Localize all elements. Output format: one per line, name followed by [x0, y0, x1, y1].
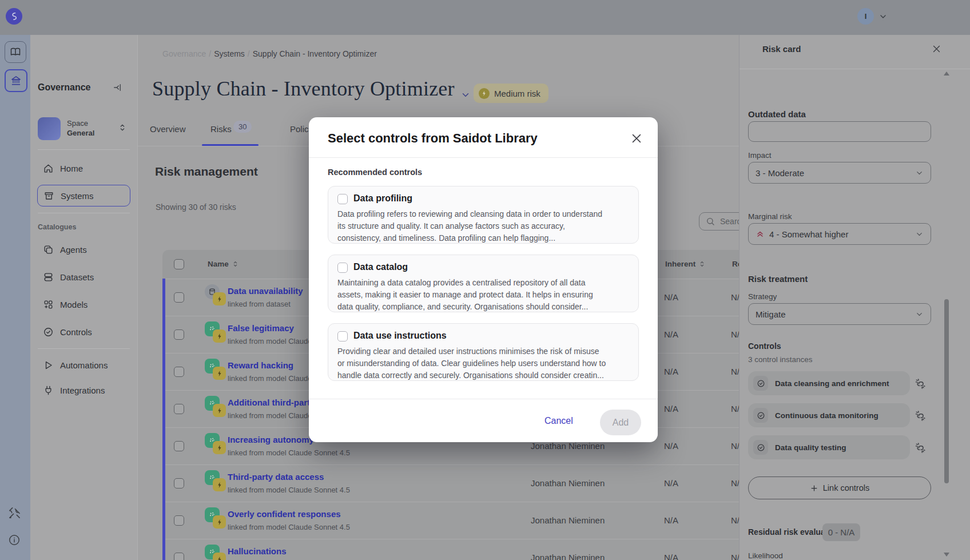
row-checkbox[interactable]: [174, 367, 184, 377]
control-chip[interactable]: Data quality testing: [748, 435, 910, 459]
sidebar-item-systems[interactable]: Systems: [37, 185, 130, 206]
control-option-card[interactable]: Data use instructions Providing clear an…: [328, 323, 639, 381]
risk-badge-label: Medium risk: [494, 89, 540, 98]
sidebar-item-controls[interactable]: Controls: [37, 321, 130, 343]
risk-inherent: N/A: [664, 441, 678, 451]
user-menu-chevron-icon[interactable]: [878, 12, 888, 21]
control-option-card[interactable]: Data profiling Data profiling refers to …: [328, 186, 639, 244]
chevron-down-icon: [915, 230, 924, 239]
breadcrumb-systems[interactable]: Systems: [214, 49, 245, 58]
space-avatar[interactable]: [38, 117, 61, 140]
plus-icon: [810, 484, 818, 493]
risk-name-link[interactable]: Increasing autonomy: [228, 435, 314, 444]
sidebar-item-automations[interactable]: Automations: [37, 354, 130, 376]
impact-select[interactable]: 3 - Moderate: [748, 162, 931, 184]
unlink-control-icon[interactable]: [915, 410, 926, 422]
space-switcher-chevrons-icon[interactable]: [118, 123, 127, 132]
info-button[interactable]: [8, 534, 21, 546]
library-book-button[interactable]: [5, 41, 26, 63]
sidebar-item-agents[interactable]: Agents: [37, 239, 130, 260]
risk-name-link[interactable]: Overly confident responses: [228, 509, 341, 519]
top-bar: I: [0, 0, 970, 35]
risk-owner: Jonathan Nieminen: [531, 441, 605, 451]
title-chevron-icon[interactable]: [460, 90, 471, 100]
search-icon: [706, 217, 715, 226]
risk-field-partial[interactable]: [748, 121, 931, 142]
section-title: Risk management: [155, 165, 258, 178]
risk-owner: Jonathan Nieminen: [531, 478, 605, 488]
strategy-label: Strategy: [748, 292, 777, 301]
column-header-name[interactable]: Name: [208, 260, 239, 268]
cancel-button[interactable]: Cancel: [544, 416, 573, 426]
sidebar-item-datasets[interactable]: Datasets: [37, 266, 130, 288]
marginal-risk-value: 4 - Somewhat higher: [769, 229, 848, 239]
models-icon: [43, 299, 54, 310]
row-checkbox[interactable]: [174, 292, 184, 303]
select-all-checkbox[interactable]: [174, 259, 184, 269]
row-checkbox[interactable]: [174, 441, 184, 451]
risk-source-icons: [205, 284, 229, 308]
sidebar-divider: [38, 348, 130, 349]
unlink-control-icon[interactable]: [915, 442, 926, 454]
row-checkbox[interactable]: [174, 515, 184, 526]
breadcrumb-current: Supply Chain - Inventory Optimizer: [253, 49, 377, 58]
risk-name-link[interactable]: Reward hacking: [228, 360, 293, 370]
strategy-select[interactable]: Mitigate: [748, 303, 931, 325]
app-root: I Governance Space General: [0, 0, 970, 560]
control-checkbox[interactable]: [337, 331, 348, 341]
sidebar-item-label: Systems: [61, 191, 94, 201]
risk-linked-from: linked from dataset: [228, 300, 291, 308]
risk-card-close-icon[interactable]: [932, 44, 941, 54]
control-name: Continuous data monitoring: [775, 411, 878, 420]
tools-wrench-button[interactable]: [8, 506, 21, 519]
chevron-down-icon: [915, 169, 924, 177]
marginal-risk-select[interactable]: 4 - Somewhat higher: [748, 223, 931, 245]
control-checkbox[interactable]: [337, 263, 348, 273]
check-circle-icon: [43, 327, 54, 337]
governance-bank-button[interactable]: [5, 69, 27, 92]
unlink-control-icon[interactable]: [915, 378, 926, 390]
risk-source-icons: [205, 470, 229, 494]
saidot-logo-icon[interactable]: [6, 8, 22, 25]
space-label: Space: [67, 119, 88, 128]
risk-card-title: Risk card: [762, 44, 801, 54]
sidebar-collapse-icon[interactable]: [112, 82, 122, 93]
risk-linked-from: linked from model Claude Sonnet 4.5: [228, 448, 350, 457]
panel-scrollbar-thumb[interactable]: [944, 299, 949, 483]
control-checkbox[interactable]: [337, 194, 348, 204]
control-chip[interactable]: Continuous data monitoring: [748, 403, 910, 427]
sidebar-item-label: Integrations: [60, 386, 105, 395]
panel-scroll-down-arrow[interactable]: [944, 553, 949, 557]
sidebar-item-label: Controls: [60, 327, 92, 337]
row-checkbox[interactable]: [174, 404, 184, 414]
row-checkbox[interactable]: [174, 478, 184, 488]
row-checkbox[interactable]: [174, 329, 184, 340]
risk-name-link[interactable]: Hallucinations: [228, 546, 287, 556]
risk-name-link[interactable]: Data unavailability: [228, 286, 303, 296]
tab-overview[interactable]: Overview: [150, 124, 186, 134]
sidebar-item-label: Agents: [60, 245, 87, 255]
residual-risk-badge: 0 - N/A: [822, 523, 860, 541]
tab-risks[interactable]: Risks: [210, 124, 232, 134]
modal-close-icon[interactable]: [630, 132, 643, 145]
link-controls-button[interactable]: Link controls: [748, 476, 931, 499]
row-checkbox[interactable]: [174, 553, 184, 560]
control-chip[interactable]: Data cleansing and enrichment: [748, 371, 910, 395]
risk-name-link[interactable]: Third-party data access: [228, 472, 324, 482]
risk-name-link[interactable]: False legitimacy: [228, 323, 294, 333]
add-button[interactable]: Add: [600, 410, 641, 435]
showing-count: Showing 30 of 30 risks: [156, 202, 236, 212]
risk-source-icons: [205, 321, 229, 345]
user-avatar[interactable]: I: [857, 8, 874, 25]
risk-badge-bolt-icon: [479, 88, 490, 99]
sidebar-item-home[interactable]: Home: [37, 157, 130, 179]
panel-scroll-up-arrow[interactable]: [944, 72, 949, 76]
impact-value: 3 - Moderate: [756, 168, 804, 178]
sidebar-item-models[interactable]: Models: [37, 293, 130, 315]
column-header-inherent[interactable]: Inherent: [665, 260, 706, 268]
sidebar-item-integrations[interactable]: Integrations: [37, 379, 130, 401]
risk-source-icons: [205, 545, 229, 560]
breadcrumb-governance[interactable]: Governance: [162, 49, 206, 58]
control-option-card[interactable]: Data catalog Maintaining a data catalog …: [328, 255, 639, 312]
control-name: Data quality testing: [775, 443, 846, 452]
